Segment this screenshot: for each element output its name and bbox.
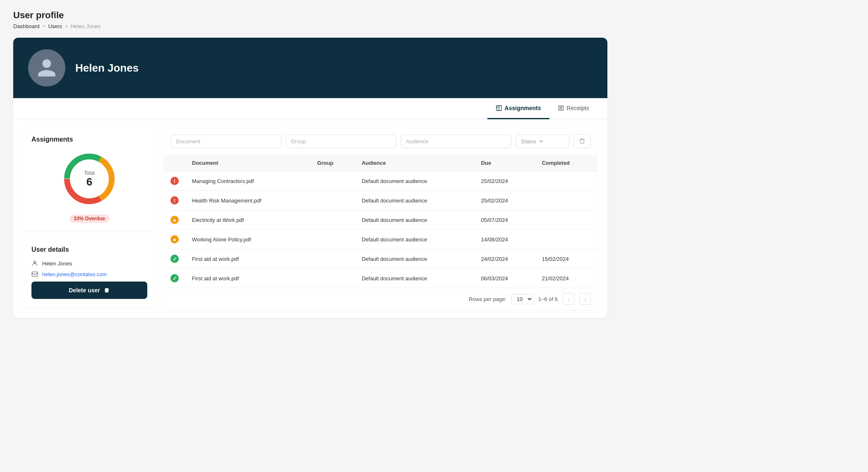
completed-cell: [535, 191, 597, 210]
document-filter[interactable]: [170, 135, 281, 148]
pagination-row: Rows per page: 10 25 50 1–6 of 6 ‹ ›: [164, 288, 597, 310]
breadcrumb-current: Helen Jones: [71, 23, 101, 29]
overdue-badge-row: 33% Overdue: [31, 214, 147, 223]
delete-user-label: Delete user: [69, 287, 100, 294]
breadcrumb-users[interactable]: Users: [48, 23, 62, 29]
table-row: ✓ First aid at work.pdf Default document…: [164, 249, 597, 269]
donut-wrapper: Total 6: [31, 150, 147, 208]
assignments-table-container: Document Group Audience Due Completed ! …: [164, 155, 597, 288]
audience-cell: Default document audience: [355, 249, 474, 269]
th-document: Document: [185, 155, 311, 171]
group-cell: [311, 269, 355, 288]
clear-filter-button[interactable]: [573, 134, 591, 148]
donut-total-value: 6: [84, 176, 94, 188]
audience-cell: Default document audience: [355, 230, 474, 249]
assignments-table: Document Group Audience Due Completed ! …: [164, 155, 597, 288]
assignments-widget-title: Assignments: [31, 136, 147, 143]
due-cell: 14/08/2024: [475, 230, 535, 249]
table-row: ! Health Risk Management.pdf Default doc…: [164, 191, 597, 210]
status-icon: ●: [170, 235, 179, 243]
status-filter-label: Status: [521, 138, 536, 144]
completed-cell: [535, 171, 597, 191]
right-panel: Status: [164, 128, 597, 310]
document-cell: Health Risk Management.pdf: [185, 191, 311, 210]
document-cell: Working Alone Policy.pdf: [185, 230, 311, 249]
th-status: [164, 155, 185, 171]
status-cell: ✓: [164, 269, 185, 288]
delete-user-button[interactable]: Delete user: [31, 282, 147, 299]
due-cell: 25/02/2024: [475, 171, 535, 191]
delete-filter-icon: [579, 138, 585, 144]
audience-cell: Default document audience: [355, 210, 474, 230]
document-cell: First aid at work.pdf: [185, 269, 311, 288]
prev-page-button[interactable]: ‹: [563, 293, 574, 305]
status-icon: ●: [170, 216, 179, 224]
due-cell: 25/02/2024: [475, 191, 535, 210]
group-cell: [311, 171, 355, 191]
donut-total-label: Total: [84, 170, 94, 176]
rows-per-page-select[interactable]: 10 25 50: [511, 294, 533, 304]
th-group: Group: [311, 155, 355, 171]
status-icon: !: [170, 196, 179, 205]
tab-receipts-label: Receipts: [567, 105, 589, 111]
th-due: Due: [475, 155, 535, 171]
profile-header: Helen Jones: [13, 38, 607, 98]
completed-cell: 21/02/2024: [535, 269, 597, 288]
audience-filter[interactable]: [400, 135, 511, 148]
left-panel: Assignments: [23, 128, 156, 310]
group-cell: [311, 191, 355, 210]
tab-assignments[interactable]: Assignments: [487, 98, 549, 119]
email-icon: [31, 271, 38, 277]
donut-chart: Total 6: [60, 150, 118, 208]
group-cell: [311, 210, 355, 230]
audience-cell: Default document audience: [355, 191, 474, 210]
table-row: ● Working Alone Policy.pdf Default docum…: [164, 230, 597, 249]
audience-cell: Default document audience: [355, 171, 474, 191]
content-area: Assignments: [13, 119, 607, 318]
tabs-bar: Assignments Receipts: [13, 98, 607, 119]
avatar: [28, 49, 65, 87]
th-completed: Completed: [535, 155, 597, 171]
audience-cell: Default document audience: [355, 269, 474, 288]
table-row: ✓ First aid at work.pdf Default document…: [164, 269, 597, 288]
breadcrumb-dashboard[interactable]: Dashboard: [13, 23, 40, 29]
document-cell: First aid at work.pdf: [185, 249, 311, 269]
completed-cell: [535, 210, 597, 230]
breadcrumb: Dashboard • Users • Helen Jones: [13, 23, 607, 29]
overdue-badge: 33% Overdue: [70, 214, 109, 223]
donut-center: Total 6: [84, 170, 94, 188]
completed-cell: 15/02/2024: [535, 249, 597, 269]
due-cell: 05/07/2024: [475, 210, 535, 230]
completed-cell: [535, 230, 597, 249]
trash-icon: [103, 287, 110, 294]
table-row: ● Electricity at Work.pdf Default docume…: [164, 210, 597, 230]
status-cell: ●: [164, 210, 185, 230]
user-email[interactable]: helen.jones@contalvo.com: [42, 271, 107, 277]
status-cell: ●: [164, 230, 185, 249]
due-cell: 06/03/2024: [475, 269, 535, 288]
group-cell: [311, 230, 355, 249]
tab-receipts[interactable]: Receipts: [549, 98, 597, 119]
page-title: User profile: [13, 10, 607, 21]
group-filter[interactable]: [285, 135, 396, 148]
tab-assignments-label: Assignments: [505, 105, 541, 111]
profile-card: Helen Jones Assignments Receipts: [13, 38, 607, 318]
table-row: ! Managing Contractors.pdf Default docum…: [164, 171, 597, 191]
svg-rect-6: [32, 272, 37, 277]
user-name-row: Helen Jones: [31, 260, 147, 267]
status-icon: ✓: [170, 255, 179, 263]
th-audience: Audience: [355, 155, 474, 171]
status-filter[interactable]: Status: [516, 135, 569, 148]
profile-name: Helen Jones: [75, 62, 139, 75]
next-page-button[interactable]: ›: [579, 293, 591, 305]
status-cell: !: [164, 171, 185, 191]
svg-point-5: [34, 261, 36, 263]
chevron-down-icon: [539, 139, 544, 144]
document-cell: Managing Contractors.pdf: [185, 171, 311, 191]
user-email-row: helen.jones@contalvo.com: [31, 271, 147, 277]
status-icon: ✓: [170, 274, 179, 282]
user-details-title: User details: [31, 246, 147, 253]
user-name: Helen Jones: [42, 260, 72, 267]
assignments-widget: Assignments: [23, 128, 156, 231]
person-icon: [31, 260, 38, 267]
